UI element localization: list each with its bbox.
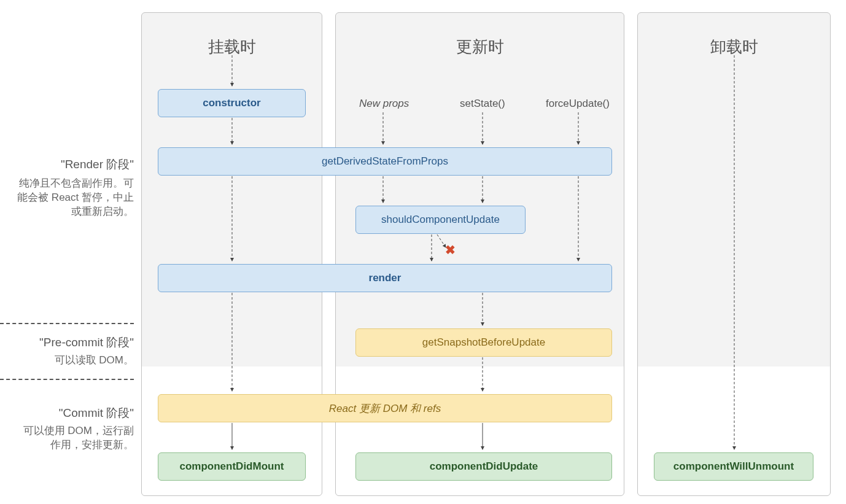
- svg-line-12: [437, 235, 446, 247]
- arrows: [0, 0, 846, 504]
- cross-icon: ✖: [445, 242, 456, 257]
- diagram-root: { "columns": { "mounting": "挂载时", "updat…: [0, 0, 846, 504]
